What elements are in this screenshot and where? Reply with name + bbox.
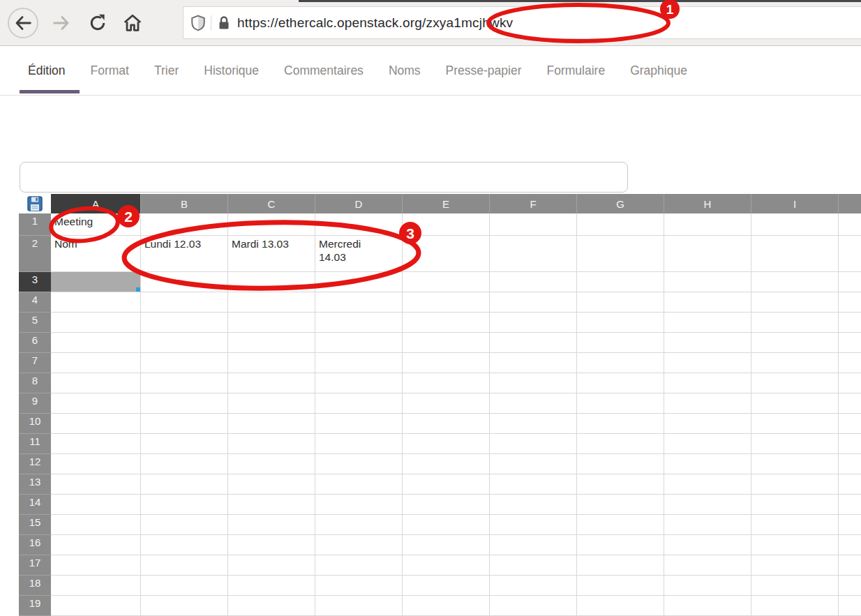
cell-A16[interactable] (51, 535, 141, 555)
cell-E15[interactable] (403, 515, 490, 535)
cell-D4[interactable] (315, 292, 403, 313)
cell-H1[interactable] (664, 213, 751, 236)
cell-C19[interactable] (228, 596, 315, 616)
cell-H13[interactable] (664, 474, 751, 495)
cell-F8[interactable] (490, 373, 577, 393)
cell-F3[interactable] (490, 272, 577, 292)
lock-icon[interactable] (217, 15, 231, 31)
cell-G8[interactable] (577, 373, 664, 393)
cell-F6[interactable] (490, 333, 577, 353)
cell-B8[interactable] (141, 373, 228, 393)
cell-H16[interactable] (664, 535, 751, 555)
cell-E2[interactable] (403, 236, 490, 272)
cell-B9[interactable] (141, 393, 228, 414)
cell-G12[interactable] (577, 454, 664, 474)
cell-G3[interactable] (577, 272, 664, 292)
cell-H12[interactable] (664, 454, 751, 474)
cell-D16[interactable] (315, 535, 403, 555)
cell-B14[interactable] (141, 495, 228, 515)
cell-F16[interactable] (490, 535, 577, 555)
cell-I1[interactable] (751, 213, 839, 236)
cell-I13[interactable] (751, 474, 839, 495)
cell-H2[interactable] (664, 236, 751, 272)
cell-F13[interactable] (490, 474, 577, 495)
cell-G10[interactable] (577, 414, 664, 434)
cell-A10[interactable] (51, 414, 141, 434)
menu-historique[interactable]: Historique (204, 63, 259, 78)
cell-A19[interactable] (51, 596, 141, 616)
cell-I9[interactable] (751, 393, 839, 414)
cell-B15[interactable] (141, 515, 228, 535)
cell-C12[interactable] (228, 454, 315, 474)
cell-G14[interactable] (577, 495, 664, 515)
column-header-I[interactable]: I (751, 194, 839, 213)
cell-G13[interactable] (577, 474, 664, 495)
cell-I14[interactable] (751, 495, 839, 515)
cell-F18[interactable] (490, 576, 577, 596)
cell-H10[interactable] (664, 414, 751, 434)
cell-I10[interactable] (751, 414, 839, 434)
cell-C11[interactable] (228, 434, 315, 454)
cell-H11[interactable] (664, 434, 751, 454)
cell-A18[interactable] (51, 576, 141, 596)
row-header-10[interactable]: 10 (19, 414, 51, 434)
cell-H17[interactable] (664, 555, 751, 576)
row-header-14[interactable]: 14 (19, 495, 51, 515)
cell-D3[interactable] (315, 272, 403, 292)
cell-G2[interactable] (577, 236, 664, 272)
cell-F10[interactable] (490, 414, 577, 434)
cell-D6[interactable] (315, 333, 403, 353)
cell-E11[interactable] (403, 434, 490, 454)
menu-noms[interactable]: Noms (389, 63, 421, 78)
cell-I6[interactable] (751, 333, 839, 353)
cell-E17[interactable] (403, 555, 490, 576)
cell-G6[interactable] (577, 333, 664, 353)
cell-H5[interactable] (664, 313, 751, 333)
row-header-3[interactable]: 3 (19, 272, 51, 292)
cell-A9[interactable] (51, 393, 141, 414)
url-bar[interactable]: https://ethercalc.openstack.org/zxya1mcj… (183, 6, 861, 39)
menu-presse-papier[interactable]: Presse-papier (446, 63, 522, 78)
cell-E7[interactable] (403, 353, 490, 373)
cell-H14[interactable] (664, 495, 751, 515)
cell-C5[interactable] (228, 313, 315, 333)
cell-I3[interactable] (751, 272, 839, 292)
cell-H4[interactable] (664, 292, 751, 313)
cell-F1[interactable] (490, 213, 577, 236)
cell-G16[interactable] (577, 535, 664, 555)
cell-B19[interactable] (141, 596, 228, 616)
cell-C1[interactable] (228, 213, 315, 236)
cell-B4[interactable] (141, 292, 228, 313)
cell-G1[interactable] (577, 213, 664, 236)
cell-E16[interactable] (403, 535, 490, 555)
cell-I5[interactable] (751, 313, 839, 333)
row-header-9[interactable]: 9 (19, 393, 51, 414)
cell-A4[interactable] (51, 292, 141, 313)
cell-G5[interactable] (577, 313, 664, 333)
cell-B1[interactable] (141, 213, 228, 236)
cell-A12[interactable] (51, 454, 141, 474)
save-sheet-button[interactable] (19, 194, 51, 213)
cell-H6[interactable] (664, 333, 751, 353)
forward-button[interactable] (46, 8, 77, 38)
cell-C9[interactable] (228, 393, 315, 414)
cell-D17[interactable] (315, 555, 403, 576)
cell-C14[interactable] (228, 495, 315, 515)
cell-A6[interactable] (51, 333, 141, 353)
row-header-19[interactable]: 19 (19, 596, 51, 616)
row-header-7[interactable]: 7 (19, 353, 51, 373)
cell-A7[interactable] (51, 353, 141, 373)
cell-D5[interactable] (315, 313, 403, 333)
cell-A13[interactable] (51, 474, 141, 495)
row-header-2[interactable]: 2 (19, 236, 51, 272)
cell-C6[interactable] (228, 333, 315, 353)
cell-A17[interactable] (51, 555, 141, 576)
row-header-18[interactable]: 18 (19, 576, 51, 596)
cell-I18[interactable] (751, 576, 839, 596)
cell-D7[interactable] (315, 353, 403, 373)
cell-I19[interactable] (751, 596, 839, 616)
home-button[interactable] (117, 8, 148, 38)
menu-formulaire[interactable]: Formulaire (547, 63, 606, 78)
cell-B5[interactable] (141, 313, 228, 333)
cell-G15[interactable] (577, 515, 664, 535)
